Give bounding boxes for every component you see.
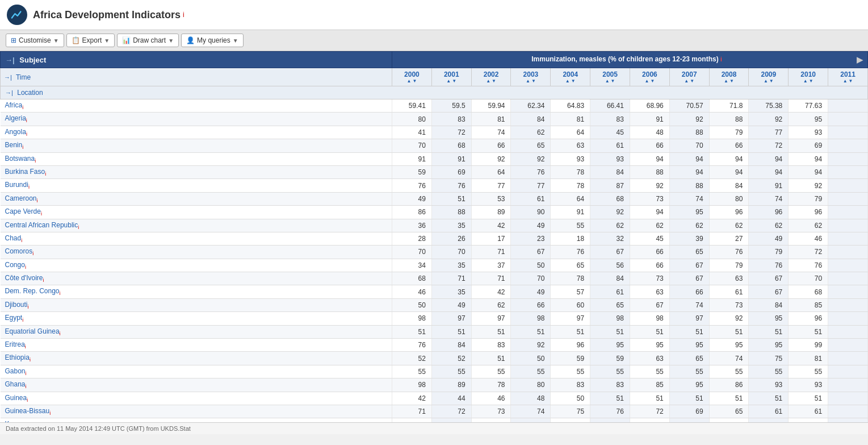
country-cell[interactable]: Egypti bbox=[1, 312, 392, 325]
draw-chart-label: Draw chart bbox=[133, 36, 166, 44]
country-cell[interactable]: Chadi bbox=[1, 232, 392, 245]
value-cell bbox=[828, 312, 868, 325]
value-cell: 27 bbox=[709, 232, 749, 245]
value-cell: 78 bbox=[551, 179, 590, 192]
indicator-info[interactable]: i bbox=[720, 56, 722, 63]
indicator-cell: Immunization, measles (% of children age… bbox=[392, 52, 868, 68]
value-cell: 67 bbox=[749, 272, 789, 285]
value-cell: 70 bbox=[789, 272, 828, 285]
export-label: Export bbox=[82, 36, 102, 44]
value-cell: 94 bbox=[789, 152, 828, 165]
value-cell: 35 bbox=[431, 285, 471, 298]
value-cell: 99 bbox=[789, 339, 828, 352]
scroll-right-btn[interactable]: ▶ bbox=[857, 55, 863, 64]
country-cell[interactable]: Cape Verdei bbox=[1, 206, 392, 219]
value-cell: 63 bbox=[630, 352, 669, 365]
table-row: Côte d'Ivoirei6871717078847367636770 bbox=[1, 272, 868, 285]
country-cell[interactable]: Dem. Rep. Congoi bbox=[1, 285, 392, 298]
value-cell: 68 bbox=[431, 139, 471, 152]
value-cell: 37 bbox=[471, 259, 511, 272]
country-cell[interactable]: Burundii bbox=[1, 179, 392, 192]
year-2007[interactable]: 2007 ▲▼ bbox=[669, 68, 709, 86]
value-cell: 80 bbox=[511, 379, 551, 392]
value-cell: 49 bbox=[511, 219, 551, 232]
country-cell[interactable]: Equatorial Guineai bbox=[1, 325, 392, 338]
value-cell: 63 bbox=[551, 139, 590, 152]
value-cell: 94 bbox=[669, 152, 709, 165]
value-cell: 66 bbox=[471, 139, 511, 152]
country-cell[interactable]: Camerooni bbox=[1, 192, 392, 205]
country-cell[interactable]: Burkina Fasoi bbox=[1, 165, 392, 178]
country-cell[interactable]: Algeriai bbox=[1, 113, 392, 126]
table-row: Kenyai75747070727793 bbox=[1, 418, 868, 422]
year-2002[interactable]: 2002 ▲▼ bbox=[471, 68, 511, 86]
value-cell: 57 bbox=[551, 285, 590, 298]
export-button[interactable]: 📋 Export ▼ bbox=[66, 34, 115, 47]
country-cell[interactable]: Guinea-Bissaui bbox=[1, 405, 392, 418]
value-cell: 85 bbox=[630, 379, 669, 392]
value-cell: 61 bbox=[749, 405, 789, 418]
country-cell[interactable]: Comorosi bbox=[1, 246, 392, 259]
value-cell: 91 bbox=[392, 152, 432, 165]
value-cell: 61 bbox=[789, 405, 828, 418]
year-2005[interactable]: 2005 ▲▼ bbox=[590, 68, 630, 86]
value-cell: 68.96 bbox=[630, 99, 669, 113]
sort-up-2000[interactable]: ▲ bbox=[406, 78, 411, 84]
value-cell: 78 bbox=[551, 165, 590, 178]
value-cell: 75 bbox=[749, 352, 789, 365]
value-cell: 93 bbox=[590, 152, 630, 165]
value-cell: 62.34 bbox=[511, 99, 551, 113]
country-cell[interactable]: Congoi bbox=[1, 259, 392, 272]
app-title-info[interactable]: i bbox=[183, 11, 184, 19]
value-cell: 62 bbox=[590, 219, 630, 232]
sort-down-2000[interactable]: ▼ bbox=[412, 78, 417, 84]
customise-button[interactable]: ⊞ Customise ▼ bbox=[6, 34, 64, 47]
value-cell: 97 bbox=[551, 312, 590, 325]
year-2000[interactable]: 2000 ▲▼ bbox=[392, 68, 432, 86]
value-cell: 62 bbox=[709, 219, 749, 232]
country-cell[interactable]: Djiboutii bbox=[1, 298, 392, 311]
year-2006[interactable]: 2006 ▲▼ bbox=[630, 68, 669, 86]
my-queries-button[interactable]: 👤 My queries ▼ bbox=[181, 34, 244, 47]
country-cell[interactable]: Kenyai bbox=[1, 418, 392, 422]
country-cell[interactable]: Botswanai bbox=[1, 152, 392, 165]
footer: Data extracted on 11 May 2014 12:49 UTC … bbox=[0, 422, 868, 434]
year-2009[interactable]: 2009 ▲▼ bbox=[749, 68, 789, 86]
value-cell: 79 bbox=[789, 192, 828, 205]
country-cell[interactable]: Benini bbox=[1, 139, 392, 152]
value-cell: 55 bbox=[669, 365, 709, 378]
value-cell: 62 bbox=[669, 219, 709, 232]
year-2010[interactable]: 2010 ▲▼ bbox=[789, 68, 828, 86]
country-cell[interactable]: Gaboni bbox=[1, 365, 392, 378]
country-cell[interactable]: Guineai bbox=[1, 392, 392, 405]
table-row: Camerooni4951536164687374807479 bbox=[1, 192, 868, 205]
country-cell[interactable]: Africai bbox=[1, 99, 392, 113]
value-cell: 49 bbox=[431, 298, 471, 311]
value-cell: 48 bbox=[511, 392, 551, 405]
year-2001[interactable]: 2001 ▲▼ bbox=[431, 68, 471, 86]
year-2003[interactable]: 2003 ▲▼ bbox=[511, 68, 551, 86]
value-cell: 89 bbox=[431, 379, 471, 392]
country-cell[interactable]: Central African Republici bbox=[1, 219, 392, 232]
country-cell[interactable]: Ghanai bbox=[1, 379, 392, 392]
year-2004[interactable]: 2004 ▲▼ bbox=[551, 68, 590, 86]
value-cell: 55 bbox=[392, 365, 432, 378]
value-cell: 85 bbox=[789, 298, 828, 311]
draw-chart-button[interactable]: 📊 Draw chart ▼ bbox=[117, 34, 179, 47]
country-cell[interactable]: Ethiopiai bbox=[1, 352, 392, 365]
value-cell bbox=[749, 418, 789, 422]
value-cell: 93 bbox=[709, 418, 749, 422]
data-table-wrapper[interactable]: →| Subject Immunization, measles (% of c… bbox=[0, 51, 868, 422]
value-cell: 50 bbox=[551, 392, 590, 405]
value-cell: 51 bbox=[749, 325, 789, 338]
year-2008[interactable]: 2008 ▲▼ bbox=[709, 68, 749, 86]
value-cell: 95 bbox=[669, 206, 709, 219]
value-cell bbox=[828, 259, 868, 272]
value-cell: 80 bbox=[392, 113, 432, 126]
value-cell: 79 bbox=[709, 126, 749, 139]
value-cell: 53 bbox=[471, 192, 511, 205]
country-cell[interactable]: Côte d'Ivoirei bbox=[1, 272, 392, 285]
year-2011[interactable]: 2011 ▲▼ bbox=[828, 68, 868, 86]
country-cell[interactable]: Eritreai bbox=[1, 339, 392, 352]
country-cell[interactable]: Angolai bbox=[1, 126, 392, 139]
